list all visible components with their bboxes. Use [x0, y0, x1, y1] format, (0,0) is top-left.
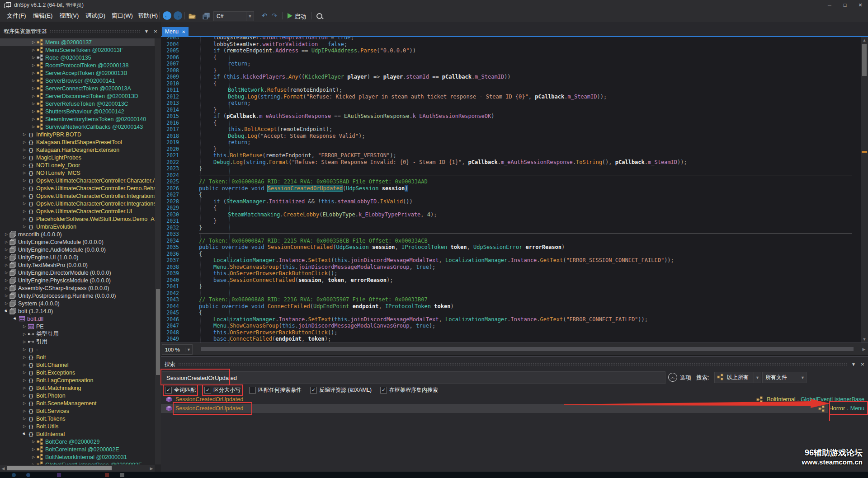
expand-icon[interactable]: ▷ [31, 125, 36, 129]
taskbar-icon[interactable] [105, 473, 109, 477]
tree-item[interactable]: ▷UnityEngine.PhysicsModule (0.0.0.0) [0, 276, 155, 284]
tree-item[interactable]: ▷SteamInventoryItemsToken @02000140 [0, 115, 155, 123]
expand-icon[interactable]: ▷ [31, 79, 36, 83]
tree-item[interactable]: ▷Assembly-CSharp-firstpass (0.0.0.0) [0, 284, 155, 292]
tree-item[interactable]: ▷{ }Bolt [0, 353, 155, 361]
taskbar-icon[interactable] [57, 473, 61, 477]
expand-icon[interactable]: ▷ [22, 324, 27, 328]
search-option-checkbox[interactable]: ✓反编译资源 (如XAML) [309, 385, 373, 395]
menu-item[interactable]: 调试(D) [80, 10, 110, 21]
expand-icon[interactable]: ▷ [31, 447, 36, 451]
chevron-down-icon[interactable]: ▼ [850, 361, 857, 368]
tree-item[interactable]: ▷RoomProtocolToken @02000138 [0, 61, 155, 69]
tree-item[interactable]: ▷{ }Bolt.Utils [0, 422, 155, 430]
scroll-right-icon[interactable]: ▶ [148, 466, 155, 471]
expand-icon[interactable]: ▷ [22, 148, 27, 152]
search-option-checkbox[interactable]: ✓全词匹配 [164, 385, 197, 395]
expand-icon[interactable]: ▷ [22, 202, 27, 206]
tree-item[interactable]: ▷mscorlib (4.0.0.0) [0, 230, 155, 238]
tree-item[interactable]: ▷{ }Opsive.UltimateCharacterController.C… [0, 177, 155, 184]
search-option-checkbox[interactable]: 匹配任何搜索条件 [248, 385, 303, 395]
menu-item[interactable]: 文件(F) [2, 10, 31, 21]
taskbar-icon[interactable] [120, 473, 124, 477]
expand-icon[interactable]: ▷ [22, 355, 27, 359]
tree-item[interactable]: ▷类型引用 [0, 330, 155, 338]
tree-item[interactable]: ▷UnityEngine.AudioModule (0.0.0.0) [0, 246, 155, 253]
chevron-down-icon[interactable]: ▼ [185, 347, 192, 352]
tree-item[interactable]: ▷{ }Opsive.UltimateCharacterController.I… [0, 200, 155, 207]
tree-item[interactable]: ▷PE [0, 323, 155, 330]
tree-item[interactable]: ▷ServerConnectToken @0200013A [0, 84, 155, 92]
navigate-forward-icon[interactable]: → [174, 11, 182, 20]
expand-icon[interactable]: ▷ [22, 209, 27, 213]
chevron-down-icon[interactable]: ▼ [799, 372, 806, 383]
expand-icon[interactable]: ▷ [22, 386, 27, 390]
scrollbar-thumb[interactable] [201, 347, 854, 351]
tree-item[interactable]: ▷{ }Bolt.Photon [0, 392, 155, 399]
tree-item[interactable]: ▷UnityEngine.UI (1.0.0.0) [0, 253, 155, 261]
expand-icon[interactable]: ▷ [22, 332, 27, 336]
checkbox-unchecked-icon[interactable] [249, 387, 256, 394]
tree-item[interactable]: ▷{ }Opsive.UltimateCharacterController.D… [0, 184, 155, 192]
file-filter-combobox[interactable]: 所有文件 ▼ [762, 372, 807, 383]
taskbar-icon[interactable] [12, 473, 16, 477]
expand-icon[interactable]: ▷ [31, 117, 36, 121]
tree-item[interactable]: ▷{ }Bolt.Channel [0, 361, 155, 369]
search-input[interactable]: SessionCreatedOrUpdated [162, 371, 665, 384]
close-tab-icon[interactable]: ✕ [182, 29, 185, 34]
tree-item[interactable]: ▷Unity.TextMeshPro (0.0.0.0) [0, 261, 155, 269]
expand-icon[interactable]: ▷ [22, 401, 27, 405]
expand-icon[interactable]: ▷ [22, 132, 27, 136]
tree-item[interactable]: ▷{ }NOTLonely_Door [0, 161, 155, 169]
tree-item[interactable]: ▷{ }Opsive.UltimateCharacterController.I… [0, 192, 155, 200]
close-icon[interactable]: ✕ [152, 28, 159, 35]
scroll-right-icon[interactable]: ▶ [861, 347, 867, 351]
expand-icon[interactable]: ▷ [22, 378, 27, 382]
tree-item[interactable]: ▶bolt (1.2.14.0) [0, 307, 155, 315]
expand-icon[interactable]: ▷ [4, 271, 9, 275]
tree-item[interactable]: ▷ServerDisconnectToken @0200013D [0, 92, 155, 100]
checkbox-checked-icon[interactable]: ✓ [165, 387, 172, 394]
search-scope-combobox[interactable]: 以上所有 ▼ [714, 372, 761, 383]
checkbox-checked-icon[interactable]: ✓ [380, 387, 387, 394]
expand-icon[interactable]: ▷ [22, 194, 27, 198]
code-editor[interactable]: 2003lobbySteamUser.didAttemptValidation … [161, 37, 861, 342]
save-all-icon[interactable] [202, 12, 210, 20]
tree-item[interactable]: ▶{ }BoltInternal [0, 430, 155, 438]
expand-icon[interactable]: ▷ [4, 248, 9, 252]
expand-icon[interactable]: ▷ [31, 109, 36, 113]
assembly-tree[interactable]: ▷Menu @02000137▷MenuSceneToken @0200013F… [0, 38, 155, 464]
open-folder-icon[interactable] [188, 12, 196, 20]
expand-icon[interactable]: ▷ [22, 340, 27, 344]
expand-icon[interactable]: ▷ [4, 286, 9, 290]
tab-menu[interactable]: Menu ✕ [162, 27, 189, 36]
menu-item[interactable]: 编辑(E) [28, 10, 57, 21]
tree-item[interactable]: ▶bolt.dll [0, 315, 155, 323]
tree-item[interactable]: ▷ServerRefuseToken @0200013C [0, 100, 155, 108]
expand-icon[interactable]: ▷ [22, 370, 27, 375]
expand-icon[interactable]: ▷ [31, 463, 36, 464]
expand-icon[interactable]: ▷ [22, 217, 27, 221]
expand-icon[interactable]: ▷ [31, 86, 36, 90]
checkbox-checked-icon[interactable]: ✓ [310, 387, 317, 394]
expand-icon[interactable]: ▷ [4, 301, 9, 305]
tree-item[interactable]: ▷引用 [0, 338, 155, 346]
expand-icon[interactable]: ▷ [22, 186, 27, 190]
expand-icon[interactable]: ▷ [4, 278, 9, 282]
expand-icon[interactable]: ▷ [31, 440, 36, 444]
tree-item[interactable]: ▷ServerBrowser @02000141 [0, 77, 155, 84]
tree-item[interactable]: ▷Robe @02000135 [0, 54, 155, 61]
tree-item[interactable]: ▷{ }UmbraEvolution [0, 223, 155, 230]
navigate-back-icon[interactable]: ← [163, 11, 171, 20]
scrollbar-thumb[interactable] [7, 466, 112, 470]
expand-icon[interactable]: ▷ [31, 94, 36, 98]
tree-item[interactable]: ▷GlobalEventListenerBase @0200002F [0, 461, 155, 464]
expand-icon[interactable]: ▷ [22, 140, 27, 144]
expand-icon[interactable]: ▷ [22, 347, 27, 351]
tree-item[interactable]: ▷{ }Bolt.SceneManagement [0, 399, 155, 407]
chevron-down-icon[interactable]: ▼ [246, 12, 254, 21]
expand-icon[interactable]: ▷ [22, 363, 27, 367]
tree-item[interactable]: ▷MenuSceneToken @0200013F [0, 46, 155, 54]
taskbar-icon[interactable] [26, 473, 30, 477]
minimize-button[interactable]: ─ [822, 0, 837, 10]
